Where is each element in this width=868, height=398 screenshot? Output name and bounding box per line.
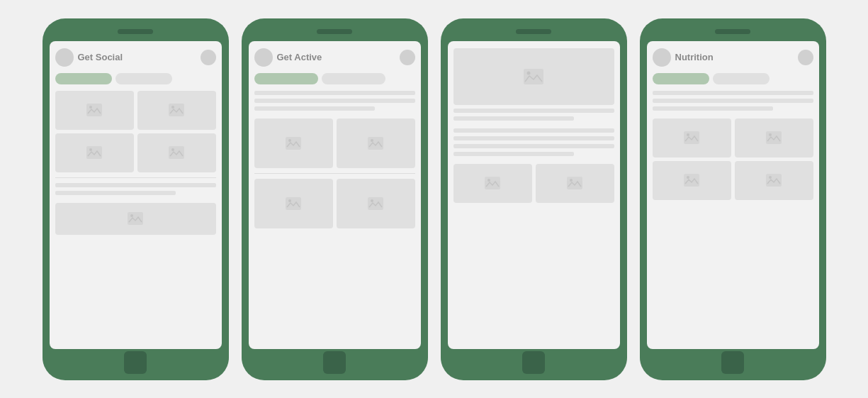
phone-top-bar-4 [647, 26, 819, 38]
svg-point-11 [288, 139, 291, 142]
grid-bottom-4 [653, 161, 813, 200]
phone-home-btn-2[interactable] [323, 351, 346, 374]
phone-home-btn-3[interactable] [522, 351, 545, 374]
line-2 [55, 191, 176, 195]
screen-header-2: Get Active [254, 48, 415, 67]
divider-1 [55, 177, 216, 178]
svg-rect-22 [567, 177, 582, 189]
phone-bottom-bar-1 [50, 352, 222, 373]
phone-screen-2: Get Active [249, 41, 421, 349]
svg-rect-26 [766, 131, 782, 144]
screen-title-4: Nutrition [675, 52, 794, 62]
text-lines-1 [55, 183, 216, 197]
img-3-hero [453, 48, 614, 105]
svg-rect-28 [684, 174, 699, 187]
svg-point-21 [487, 179, 490, 182]
img-1-4 [137, 133, 216, 172]
svg-rect-16 [368, 197, 383, 210]
img-3-1 [453, 164, 532, 203]
svg-rect-4 [86, 146, 102, 159]
svg-point-27 [769, 133, 772, 136]
svg-rect-0 [86, 104, 102, 116]
svg-rect-20 [485, 177, 500, 189]
phone-speaker-2 [317, 29, 352, 34]
img-1-1 [55, 91, 134, 130]
img-3-2 [536, 164, 614, 203]
img-4-2 [735, 118, 813, 157]
svg-rect-2 [169, 104, 184, 116]
grid-top-2 [254, 118, 415, 168]
line-2b [254, 99, 415, 103]
line-3e [453, 144, 614, 148]
img-2-4 [337, 179, 415, 228]
line-3d [453, 136, 614, 140]
phone-home-btn-1[interactable] [124, 351, 147, 374]
btn-row-1 [55, 73, 216, 84]
grid-top-4 [653, 118, 813, 157]
avatar-right-2 [400, 50, 415, 65]
line-2c [254, 106, 375, 111]
phones-container: Get Social [28, 4, 840, 394]
svg-rect-12 [368, 137, 383, 150]
img-2-3 [254, 179, 333, 228]
svg-rect-18 [524, 69, 543, 84]
img-4-4 [735, 161, 813, 200]
svg-point-13 [371, 139, 373, 142]
phone-bottom-bar-3 [448, 352, 620, 373]
line-3c [453, 128, 614, 133]
svg-rect-30 [766, 174, 782, 187]
line-1 [55, 183, 216, 187]
svg-point-3 [171, 106, 174, 109]
grid-bottom-1 [55, 133, 216, 172]
phone-screen-1: Get Social [50, 41, 222, 349]
svg-point-23 [570, 179, 573, 182]
svg-point-19 [527, 71, 531, 74]
text-lines-3a [453, 109, 614, 122]
grid-bottom-2 [254, 179, 415, 228]
svg-point-15 [288, 199, 291, 202]
phone-top-bar-3 [448, 26, 620, 38]
btn-inactive-2[interactable] [322, 73, 385, 84]
avatar-right-4 [798, 50, 813, 65]
grid-top-1 [55, 91, 216, 130]
svg-point-25 [687, 133, 689, 136]
svg-point-29 [687, 176, 689, 179]
img-4-1 [653, 118, 731, 157]
avatar-2 [254, 48, 273, 67]
text-lines-4 [653, 91, 813, 112]
btn-active-2[interactable] [254, 73, 318, 84]
btn-active-4[interactable] [653, 73, 709, 84]
screen-header-1: Get Social [55, 48, 216, 67]
svg-rect-14 [286, 197, 301, 210]
phone-speaker-3 [516, 29, 551, 34]
btn-inactive-4[interactable] [713, 73, 770, 84]
svg-point-1 [89, 106, 92, 109]
line-3f [453, 152, 574, 156]
phone-top-bar-1 [50, 26, 222, 38]
img-4-3 [653, 161, 731, 200]
line-3a [453, 109, 614, 113]
avatar-1 [55, 48, 74, 67]
phone-speaker-4 [715, 29, 750, 34]
avatar-right-1 [201, 50, 216, 65]
img-1-5 [55, 203, 216, 235]
phone-screen-4: Nutrition [647, 41, 819, 349]
line-4a [653, 91, 813, 95]
btn-inactive-1[interactable] [115, 73, 172, 84]
svg-rect-10 [286, 137, 301, 150]
svg-rect-24 [684, 131, 699, 144]
phone-home-btn-4[interactable] [721, 351, 744, 374]
line-2a [254, 91, 415, 95]
svg-point-31 [769, 176, 772, 179]
phone-article [441, 18, 627, 380]
img-2-1 [254, 118, 333, 168]
line-4b [653, 99, 813, 103]
svg-rect-8 [128, 212, 143, 225]
btn-active-1[interactable] [55, 73, 112, 84]
phone-get-social: Get Social [43, 18, 229, 380]
phone-top-bar-2 [249, 26, 421, 38]
avatar-4 [653, 48, 671, 67]
phone-get-active: Get Active [242, 18, 428, 380]
phone-speaker-1 [118, 29, 153, 34]
phone-screen-3 [448, 41, 620, 349]
